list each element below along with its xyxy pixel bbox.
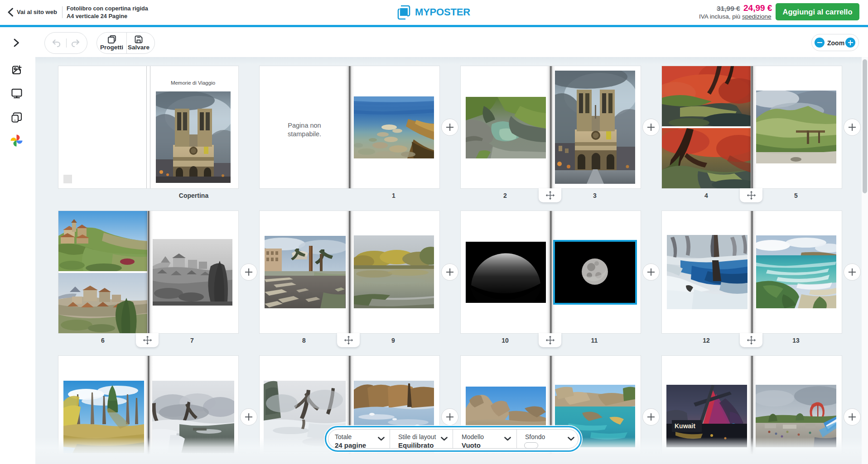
svg-text:Kuwait: Kuwait — [675, 422, 695, 430]
